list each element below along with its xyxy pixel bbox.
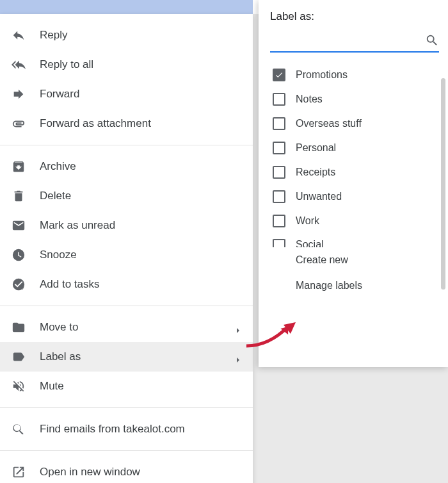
menu-item-label: Forward [40, 88, 79, 101]
menu-item-label: Archive [40, 160, 76, 173]
label-as-panel: Label as: Promotions Notes Overseas stuf… [259, 0, 448, 367]
open-new-window-icon [12, 465, 26, 479]
label-item-work[interactable]: Work [268, 209, 448, 233]
checkbox-icon [273, 93, 285, 106]
label-action-text: Manage labels [296, 280, 362, 291]
label-item-notes[interactable]: Notes [268, 87, 448, 111]
search-icon [12, 422, 26, 436]
delete-icon [12, 189, 26, 203]
label-item-text: Personal [296, 142, 336, 154]
label-action-text: Create new [296, 254, 348, 266]
mark-unread-icon [12, 218, 26, 233]
label-item-social[interactable]: Social [268, 233, 448, 247]
label-item-promotions[interactable]: Promotions [268, 63, 448, 87]
menu-item-label: Move to [40, 321, 78, 334]
menu-item-label: Snooze [40, 249, 77, 261]
menu-item-reply[interactable]: Reply [0, 20, 253, 50]
label-action-create-new[interactable]: Create new [268, 247, 448, 273]
label-action-manage[interactable]: Manage labels [268, 273, 448, 299]
menu-item-forward-attachment[interactable]: Forward as attachment [0, 109, 253, 138]
label-item-text: Promotions [296, 69, 348, 81]
label-icon [12, 350, 26, 364]
label-panel-title: Label as: [259, 10, 448, 29]
folder-icon [12, 320, 26, 334]
reply-icon [12, 28, 26, 42]
label-item-text: Overseas stuff [296, 118, 362, 129]
menu-item-move-to[interactable]: Move to [0, 313, 253, 342]
menu-item-label: Delete [40, 190, 71, 202]
menu-item-mark-unread[interactable]: Mark as unread [0, 211, 253, 240]
menu-item-label: Open in new window [40, 466, 140, 479]
menu-item-forward[interactable]: Forward [0, 79, 253, 109]
label-item-text: Work [296, 215, 319, 227]
chevron-right-icon [235, 324, 241, 331]
checkbox-icon [273, 117, 285, 130]
chevron-right-icon [235, 354, 241, 360]
label-item-text: Receipts [296, 167, 335, 178]
checkbox-checked-icon [273, 69, 285, 81]
checkbox-icon [273, 215, 285, 227]
menu-item-label: Reply to all [40, 58, 93, 71]
reply-all-icon [12, 58, 26, 72]
forward-icon [12, 87, 26, 101]
label-item-unwanted[interactable]: Unwanted [268, 184, 448, 209]
attachment-icon [12, 117, 26, 131]
checkbox-icon [273, 190, 285, 203]
scrollbar-thumb[interactable] [441, 78, 445, 290]
label-item-personal[interactable]: Personal [268, 136, 448, 160]
mute-icon [12, 379, 26, 393]
menu-item-open-new-window[interactable]: Open in new window [0, 457, 253, 483]
label-item-text: Unwanted [296, 191, 342, 202]
menu-item-delete[interactable]: Delete [0, 181, 253, 211]
checkbox-icon [273, 142, 285, 154]
menu-item-mute[interactable]: Mute [0, 372, 253, 401]
checkbox-icon [273, 166, 285, 179]
menu-item-label: Mute [40, 380, 64, 393]
label-list: Promotions Notes Overseas stuff Personal… [259, 58, 448, 247]
window-titlebar-backdrop [0, 0, 253, 14]
menu-item-archive[interactable]: Archive [0, 152, 253, 181]
add-tasks-icon [12, 277, 26, 291]
checkbox-icon [273, 239, 285, 247]
label-search-input[interactable] [270, 35, 425, 46]
snooze-icon [12, 248, 26, 262]
label-item-text: Notes [296, 94, 323, 105]
menu-item-add-tasks[interactable]: Add to tasks [0, 270, 253, 299]
menu-item-reply-all[interactable]: Reply to all [0, 50, 253, 79]
menu-item-label: Find emails from takealot.com [40, 423, 185, 436]
menu-item-label: Label as [40, 350, 81, 363]
menu-item-label: Forward as attachment [40, 117, 151, 130]
search-icon [425, 33, 439, 47]
label-actions: Create new Manage labels [259, 247, 448, 299]
label-item-receipts[interactable]: Receipts [268, 160, 448, 184]
menu-item-label: Reply [40, 29, 67, 42]
menu-item-snooze[interactable]: Snooze [0, 240, 253, 270]
label-item-text: Social [296, 239, 324, 247]
menu-item-label: Mark as unread [40, 219, 115, 232]
archive-icon [12, 160, 26, 174]
menu-item-label: Add to tasks [40, 278, 100, 291]
menu-item-label-as[interactable]: Label as [0, 342, 253, 372]
label-item-overseas[interactable]: Overseas stuff [268, 111, 448, 136]
context-menu: Reply Reply to all Forward Forward as at… [0, 14, 253, 483]
label-search-row [270, 29, 439, 53]
menu-item-find-emails[interactable]: Find emails from takealot.com [0, 414, 253, 444]
